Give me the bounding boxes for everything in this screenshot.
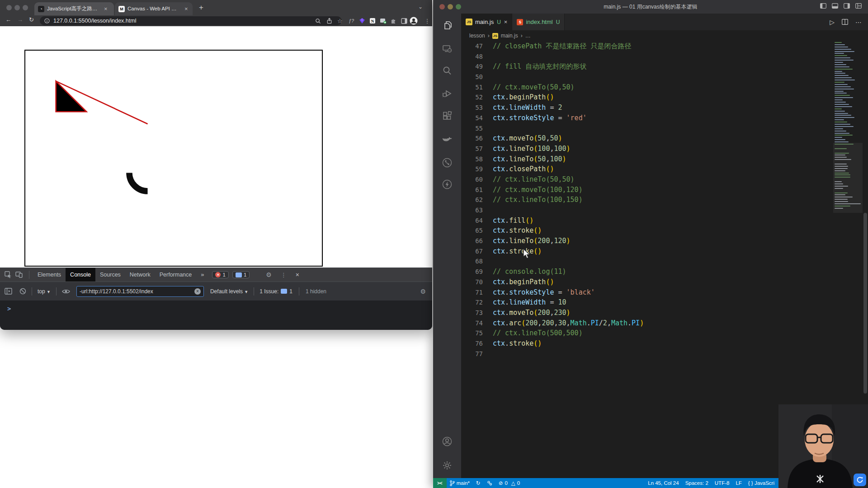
code-line[interactable]: 59ctx.closePath() <box>461 164 833 174</box>
account-icon[interactable] <box>442 436 453 447</box>
editor-more-kebab-icon[interactable]: ⋯ <box>855 19 862 26</box>
sync-icon[interactable]: ↻ <box>473 480 484 486</box>
error-count-badge[interactable]: × 1 <box>212 271 228 278</box>
code-line[interactable]: 50 <box>461 72 833 82</box>
thunder-client-icon[interactable] <box>442 179 453 190</box>
zoom-page-icon[interactable] <box>315 18 321 24</box>
explorer-files-icon[interactable] <box>442 20 453 31</box>
code-line[interactable]: 76ctx.stroke() <box>461 338 833 349</box>
git-branch-item[interactable]: main* <box>447 480 473 486</box>
minimize-window-button[interactable] <box>448 4 453 9</box>
code-line[interactable]: 77 <box>461 349 833 359</box>
code-line[interactable]: 56ctx.moveTo(50,50) <box>461 133 833 144</box>
code-line[interactable]: 71ctx.strokeStyle = 'black' <box>461 287 833 298</box>
toggle-panel-icon[interactable] <box>832 3 838 9</box>
extension-gem-icon[interactable] <box>358 17 366 25</box>
extension-fn-icon[interactable]: ƒ? <box>347 17 355 25</box>
live-share-icon[interactable] <box>484 480 495 486</box>
indentation[interactable]: Spaces: 2 <box>682 480 712 486</box>
code-line[interactable]: 68 <box>461 256 833 267</box>
language-mode[interactable]: { } JavaScri <box>745 480 778 486</box>
tab-main-js[interactable]: JS main.js U × <box>461 14 512 30</box>
devtools-close-icon[interactable]: × <box>296 271 299 278</box>
browser-tab-mdn[interactable]: M Canvas - Web API 接口参考 | M × <box>115 2 193 15</box>
code-line[interactable]: 70ctx.beginPath() <box>461 277 833 287</box>
code-line[interactable]: 74ctx.arc(200,200,30,Math.PI/2,Math.PI) <box>461 318 833 328</box>
url-field[interactable]: 127.0.0.1:5500/lesson/index.html ☆ <box>40 16 342 25</box>
code-line[interactable]: 61// ctx.moveTo(100,120) <box>461 185 833 195</box>
live-expression-eye-icon[interactable] <box>62 289 70 294</box>
issues-link[interactable]: 1 Issue: 1 <box>259 288 292 295</box>
split-editor-icon[interactable] <box>842 19 848 25</box>
close-tab-icon[interactable]: × <box>504 19 508 25</box>
browser-tab-course[interactable]: ◔ JavaScript高手之路全能课 × <box>34 2 114 15</box>
minimap-slider[interactable] <box>833 143 863 213</box>
code-line[interactable]: 51// ctx.moveTo(50,50) <box>461 82 833 93</box>
forward-button[interactable]: → <box>17 16 23 23</box>
code-line[interactable]: 54ctx.strokeStyle = 'red' <box>461 113 833 123</box>
code-line[interactable]: 47// closePath 不是结束路径 只是闭合路径 <box>461 41 833 52</box>
close-tab-icon[interactable]: × <box>184 5 188 12</box>
problems-item[interactable]: ⊘0 △0 <box>495 480 523 486</box>
code-line[interactable]: 72ctx.lineWidth = 10 <box>461 297 833 308</box>
git-graph-icon[interactable] <box>442 157 453 168</box>
eol[interactable]: LF <box>732 480 745 486</box>
code-line[interactable]: 58ctx.lineTo(50,100) <box>461 154 833 164</box>
more-tabs-icon[interactable]: » <box>196 268 208 282</box>
devtools-menu-kebab-icon[interactable]: ⋮ <box>281 272 287 278</box>
clear-console-icon[interactable] <box>19 288 26 295</box>
zoom-window-button[interactable] <box>23 5 28 10</box>
devtools-tab-performance[interactable]: Performance <box>155 268 197 282</box>
code-line[interactable]: 73ctx.moveTo(200,230) <box>461 308 833 318</box>
tab-index-html[interactable]: 5 index.html U <box>512 14 565 30</box>
remote-explorer-icon[interactable]: >< <box>442 43 453 54</box>
code-line[interactable]: 62// ctx.lineTo(100,150) <box>461 195 833 205</box>
run-debug-icon[interactable] <box>442 88 453 99</box>
toggle-sidebar-icon[interactable] <box>820 3 826 9</box>
code-line[interactable]: 69// console.log(11) <box>461 267 833 277</box>
clear-filter-icon[interactable]: × <box>194 288 201 295</box>
devtools-tab-console[interactable]: Console <box>66 268 95 282</box>
inspect-element-icon[interactable] <box>5 271 12 278</box>
reload-button[interactable]: ↻ <box>29 16 34 23</box>
console-filter-input[interactable]: -url:http://127.0.0.1:5502/index × <box>76 286 204 297</box>
sidebar-toggle-icon[interactable] <box>400 17 408 25</box>
tab-search-chevron-icon[interactable]: ⌄ <box>418 4 423 10</box>
extension-screenshot-icon[interactable] <box>379 17 387 25</box>
code-line[interactable]: 57ctx.lineTo(100,100) <box>461 144 833 154</box>
feedback-button[interactable] <box>854 474 866 486</box>
docker-icon[interactable] <box>442 133 453 144</box>
back-button[interactable]: ← <box>5 16 11 23</box>
log-levels-dropdown[interactable]: Default levels ▼ <box>210 288 248 295</box>
code-line[interactable]: 66ctx.lineTo(200,120) <box>461 236 833 246</box>
remote-indicator[interactable]: >< <box>433 478 447 488</box>
extensions-icon[interactable] <box>442 111 453 122</box>
new-tab-button[interactable]: + <box>199 3 203 12</box>
code-line[interactable]: 55 <box>461 123 833 134</box>
code-line[interactable]: 60// ctx.lineTo(50,50) <box>461 174 833 185</box>
code-line[interactable]: 64ctx.fill() <box>461 216 833 226</box>
customize-layout-icon[interactable] <box>855 3 862 9</box>
device-toolbar-icon[interactable] <box>15 272 23 278</box>
code-line[interactable]: 63 <box>461 205 833 216</box>
close-window-button[interactable] <box>439 4 445 9</box>
search-icon[interactable] <box>442 66 453 76</box>
encoding[interactable]: UTF-8 <box>712 480 733 486</box>
devtools-tab-elements[interactable]: Elements <box>33 268 66 282</box>
extension-notion-icon[interactable]: N <box>368 17 377 25</box>
console-output[interactable]: > <box>0 300 432 330</box>
profile-avatar[interactable] <box>410 17 418 25</box>
minimize-window-button[interactable] <box>14 5 20 10</box>
run-file-icon[interactable]: ▷ <box>830 19 835 26</box>
console-settings-gear-icon[interactable]: ⚙ <box>420 288 426 295</box>
breadcrumb-file[interactable]: main.js <box>501 33 518 39</box>
code-line[interactable]: 65ctx.stroke() <box>461 225 833 236</box>
toggle-secondary-sidebar-icon[interactable] <box>844 3 850 9</box>
breadcrumb[interactable]: lesson › JS main.js › … <box>461 30 868 41</box>
console-prompt-chevron[interactable]: > <box>7 305 11 312</box>
devtools-tab-network[interactable]: Network <box>125 268 155 282</box>
code-line[interactable]: 52ctx.beginPath() <box>461 92 833 103</box>
close-tab-icon[interactable]: × <box>104 5 108 12</box>
code-line[interactable]: 53ctx.lineWidth = 2 <box>461 103 833 113</box>
browser-menu-kebab-icon[interactable]: ⋮ <box>423 17 431 25</box>
